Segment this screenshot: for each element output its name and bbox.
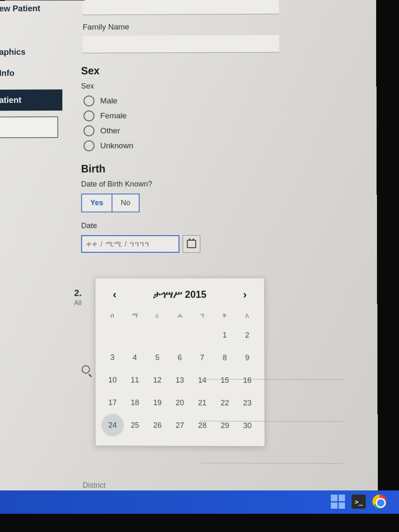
- dow-cell: ሐ: [168, 307, 191, 324]
- dow-cell: ዓ: [191, 307, 213, 324]
- sidebar: ew Patient aphics Info atient: [0, 0, 62, 138]
- radio-label: Male: [100, 96, 117, 106]
- radio-label: Unknown: [100, 141, 133, 150]
- terminal-icon[interactable]: >_: [352, 495, 366, 509]
- day-cell[interactable]: 25: [124, 414, 146, 437]
- day-cell[interactable]: 14: [191, 369, 214, 392]
- day-cell[interactable]: 23: [236, 392, 259, 414]
- dow-cell: ማ: [123, 307, 146, 323]
- step-all: All: [74, 299, 81, 307]
- day-cell[interactable]: 8: [214, 346, 236, 369]
- day-cell[interactable]: 12: [146, 369, 169, 391]
- radio-other[interactable]: Other: [81, 125, 294, 136]
- name-input[interactable]: [83, 0, 279, 15]
- day-cell[interactable]: 5: [146, 346, 169, 369]
- day-cell: [101, 324, 124, 346]
- family-name-label: Family Name: [83, 22, 294, 32]
- step-number: 2.: [74, 288, 81, 298]
- sidebar-item-info[interactable]: Info: [0, 62, 62, 84]
- dow-cell: ቅ: [213, 307, 236, 324]
- birth-heading: Birth: [81, 163, 295, 175]
- radio-label: Female: [100, 111, 127, 121]
- day-cell[interactable]: 19: [146, 392, 169, 414]
- prev-month-button[interactable]: ‹: [106, 288, 123, 301]
- day-cell[interactable]: 15: [214, 369, 236, 392]
- dow-cell: ረ: [146, 307, 168, 324]
- dob-known-label: Date of Birth Known?: [81, 180, 295, 189]
- yes-button[interactable]: Yes: [81, 194, 112, 212]
- radio-unknown[interactable]: Unknown: [81, 140, 294, 151]
- sidebar-input-box[interactable]: [0, 116, 58, 138]
- radio-female[interactable]: Female: [81, 110, 294, 121]
- search-icon[interactable]: [82, 365, 90, 374]
- no-button[interactable]: No: [113, 194, 140, 212]
- day-cell[interactable]: 2: [236, 324, 259, 346]
- day-cell[interactable]: 21: [191, 392, 214, 414]
- sidebar-item-new-patient[interactable]: ew Patient: [0, 0, 62, 19]
- sex-heading: Sex: [81, 64, 294, 77]
- day-cell: [124, 324, 146, 346]
- day-cell[interactable]: 24: [101, 414, 124, 437]
- radio-label: Other: [100, 126, 120, 135]
- day-cell[interactable]: 10: [101, 369, 124, 391]
- calendar-button[interactable]: [183, 235, 200, 253]
- chrome-icon[interactable]: [372, 495, 387, 509]
- radio-icon: [84, 140, 94, 151]
- day-cell[interactable]: 28: [191, 414, 214, 437]
- next-month-button[interactable]: ›: [236, 288, 254, 301]
- dob-known-toggle: Yes No: [81, 193, 295, 212]
- dow-cell: እ: [236, 307, 259, 324]
- sex-sublabel: Sex: [81, 81, 294, 91]
- day-cell: [168, 324, 191, 346]
- day-cell[interactable]: 17: [101, 391, 124, 414]
- day-cell: [146, 324, 168, 346]
- date-input[interactable]: [81, 235, 179, 253]
- day-cell[interactable]: 20: [169, 392, 191, 414]
- day-cell[interactable]: 9: [236, 346, 259, 369]
- day-cell[interactable]: 11: [124, 369, 146, 391]
- family-name-input[interactable]: [83, 35, 279, 53]
- day-cell[interactable]: 29: [214, 414, 236, 437]
- radio-icon: [84, 96, 94, 106]
- day-cell[interactable]: 6: [168, 346, 191, 369]
- day-cell[interactable]: 3: [101, 346, 124, 369]
- radio-icon: [84, 126, 94, 136]
- day-cell[interactable]: 18: [124, 391, 146, 414]
- day-cell[interactable]: 30: [236, 414, 259, 437]
- day-cell[interactable]: 7: [191, 346, 214, 369]
- day-cell: [191, 324, 213, 346]
- taskbar: >_: [0, 490, 399, 514]
- start-icon[interactable]: [331, 495, 345, 509]
- main-form: Family Name Sex Sex Male Female Other Un…: [81, 0, 295, 253]
- day-cell[interactable]: 27: [169, 414, 191, 437]
- datepicker-title[interactable]: ታኅሣሥ 2015: [153, 289, 207, 300]
- sidebar-item-demographics[interactable]: aphics: [0, 41, 62, 62]
- district-label: District: [83, 481, 106, 490]
- day-cell[interactable]: 13: [169, 369, 191, 392]
- date-label: Date: [81, 222, 295, 230]
- calendar-icon: [187, 240, 196, 248]
- day-cell[interactable]: 1: [213, 324, 236, 346]
- sidebar-item-patient[interactable]: atient: [0, 89, 62, 111]
- dow-cell: ሰ: [101, 307, 124, 323]
- day-cell[interactable]: 26: [146, 414, 169, 437]
- radio-icon: [84, 111, 94, 121]
- day-cell[interactable]: 4: [124, 346, 146, 369]
- day-cell[interactable]: 22: [214, 392, 236, 414]
- step-indicator: 2. All: [74, 288, 81, 307]
- day-cell[interactable]: 16: [236, 369, 259, 392]
- radio-male[interactable]: Male: [81, 95, 294, 106]
